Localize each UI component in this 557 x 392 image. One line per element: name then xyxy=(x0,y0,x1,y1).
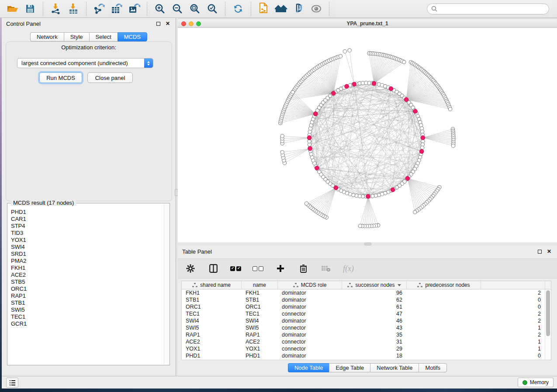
search-box[interactable] xyxy=(427,3,549,14)
zoom-selected-icon[interactable] xyxy=(204,1,221,16)
add-column-icon[interactable] xyxy=(275,263,286,274)
table-settings-gear-icon[interactable] xyxy=(185,263,196,274)
import-network-icon[interactable] xyxy=(47,1,65,16)
deselect-all-rows-icon[interactable] xyxy=(253,266,263,271)
table-row[interactable]: STB1STB1dominator620 xyxy=(182,296,551,303)
ndex-browse-icon[interactable] xyxy=(273,1,290,16)
mcds-node[interactable] xyxy=(345,84,349,89)
splitter-handle[interactable] xyxy=(364,243,371,245)
column-header-successor-nodes[interactable]: successor nodes xyxy=(342,281,407,289)
table-row[interactable]: PHD1PHD1dominator180 xyxy=(182,352,551,359)
network-canvas[interactable] xyxy=(178,28,557,242)
mcds-node[interactable] xyxy=(366,194,370,199)
mcds-node[interactable] xyxy=(413,109,418,113)
column-header-name[interactable]: name xyxy=(242,281,278,289)
column-header-shared-name[interactable]: shared name xyxy=(182,281,242,289)
mcds-node[interactable] xyxy=(334,186,338,190)
mcds-result-item[interactable]: SWI4 xyxy=(8,244,163,251)
mcds-node[interactable] xyxy=(419,149,424,154)
show-hide-graphics-icon[interactable] xyxy=(290,1,308,16)
mcds-node[interactable] xyxy=(352,82,356,86)
mcds-node[interactable] xyxy=(391,188,395,192)
tab-network-table[interactable]: Network Table xyxy=(370,363,419,372)
mcds-result-item[interactable]: STB5 xyxy=(8,279,163,285)
mcds-node[interactable] xyxy=(405,176,410,181)
attribute-icon xyxy=(293,283,298,287)
float-panel-icon[interactable] xyxy=(536,248,543,255)
export-to-web-icon[interactable] xyxy=(255,1,273,16)
mcds-result-item[interactable]: CAR1 xyxy=(8,216,163,223)
mcds-result-item[interactable]: ACE2 xyxy=(8,272,163,279)
table-row[interactable]: YOX1YOX1connector291 xyxy=(182,345,551,352)
mcds-result-item[interactable]: RAP1 xyxy=(8,292,163,299)
table-row[interactable]: TEC1TEC1connector472 xyxy=(182,310,551,317)
export-network-icon[interactable] xyxy=(90,1,108,16)
mcds-list-scrollbar[interactable] xyxy=(164,204,169,364)
close-panel-icon[interactable]: ✕ xyxy=(546,248,553,255)
horizontal-splitter[interactable] xyxy=(178,242,557,246)
mcds-result-item[interactable]: TEC1 xyxy=(8,313,163,320)
tab-network[interactable]: Network xyxy=(30,32,64,41)
mcds-result-item[interactable]: GCR1 xyxy=(8,320,163,327)
mcds-node[interactable] xyxy=(389,86,393,91)
tab-edge-table[interactable]: Edge Table xyxy=(329,363,370,372)
scrollbar-thumb[interactable] xyxy=(546,290,550,336)
mcds-result-item[interactable]: TID3 xyxy=(8,230,163,237)
mcds-result-item[interactable]: FKH1 xyxy=(8,265,163,272)
table-row[interactable]: RAP1RAP1dominator352 xyxy=(182,331,551,338)
close-panel-icon[interactable]: ✕ xyxy=(164,20,171,27)
fit-content-icon[interactable] xyxy=(186,1,204,16)
graphics-details-eye-icon[interactable] xyxy=(308,1,325,16)
criterion-dropdown[interactable]: largest connected component (undirected) xyxy=(17,58,153,68)
tab-select[interactable]: Select xyxy=(89,32,118,41)
close-panel-button[interactable]: Close panel xyxy=(87,72,133,83)
run-mcds-button[interactable]: Run MCDS xyxy=(39,72,82,83)
mcds-node[interactable] xyxy=(404,97,408,102)
mcds-result-item[interactable]: PMA2 xyxy=(8,258,163,265)
table-row[interactable]: ACE2ACE2connector311 xyxy=(182,338,551,345)
table-scrollbar[interactable] xyxy=(545,289,551,360)
show-panel-list-button[interactable] xyxy=(6,378,18,388)
mcds-node[interactable] xyxy=(332,91,336,96)
search-input[interactable] xyxy=(440,5,545,13)
import-table-icon[interactable] xyxy=(65,1,82,16)
mcds-result-list[interactable]: PHD1CAR1STP4TID3YOX1SWI4SRD1PMA2FKH1ACE2… xyxy=(8,209,163,364)
refresh-icon[interactable] xyxy=(229,1,247,16)
show-columns-icon[interactable] xyxy=(208,263,219,274)
column-header-predecessor-nodes[interactable]: predecessor nodes xyxy=(407,281,481,289)
column-header-empty[interactable] xyxy=(481,281,545,289)
mcds-result-item[interactable]: SRD1 xyxy=(8,251,163,258)
mcds-result-item[interactable]: STP4 xyxy=(8,223,163,230)
tab-node-table[interactable]: Node Table xyxy=(288,363,329,372)
save-session-icon[interactable] xyxy=(21,1,39,16)
zoom-in-icon[interactable] xyxy=(151,1,169,16)
float-panel-icon[interactable] xyxy=(155,20,162,27)
tab-motifs[interactable]: Motifs xyxy=(419,363,447,372)
tab-style[interactable]: Style xyxy=(64,32,89,41)
delete-column-trash-icon[interactable] xyxy=(298,263,309,274)
table-row[interactable]: ORC1ORC1dominator610 xyxy=(182,303,551,310)
export-table-icon[interactable] xyxy=(108,1,125,16)
table-row[interactable]: SWI4SWI4dominator462 xyxy=(182,317,551,324)
memory-button[interactable]: Memory xyxy=(518,378,554,387)
open-session-icon[interactable] xyxy=(4,1,21,16)
export-image-icon[interactable] xyxy=(125,1,143,16)
table-row[interactable]: FKH1FKH1dominator962 xyxy=(182,289,551,296)
mcds-node[interactable] xyxy=(421,136,425,140)
mcds-result-item[interactable]: PHD1 xyxy=(8,209,163,216)
mcds-node[interactable] xyxy=(372,81,376,86)
network-window-titlebar[interactable]: YPA_prune.txt_1 xyxy=(178,19,557,28)
mcds-node[interactable] xyxy=(313,112,318,116)
mcds-result-item[interactable]: SWI5 xyxy=(8,306,163,313)
mcds-node[interactable] xyxy=(307,136,311,140)
tab-mcds[interactable]: MCDS xyxy=(118,32,147,41)
table-row[interactable]: SWI5SWI5connector431 xyxy=(182,324,551,331)
mcds-result-item[interactable]: STB1 xyxy=(8,299,163,306)
column-header-MCDS-role[interactable]: MCDS role xyxy=(278,281,342,289)
zoom-out-icon[interactable] xyxy=(169,1,186,16)
mcds-node[interactable] xyxy=(315,166,319,170)
mcds-result-item[interactable]: ORC1 xyxy=(8,285,163,292)
mcds-result-item[interactable]: YOX1 xyxy=(8,237,163,244)
mcds-node[interactable] xyxy=(308,147,312,151)
select-all-rows-icon[interactable] xyxy=(230,266,241,271)
